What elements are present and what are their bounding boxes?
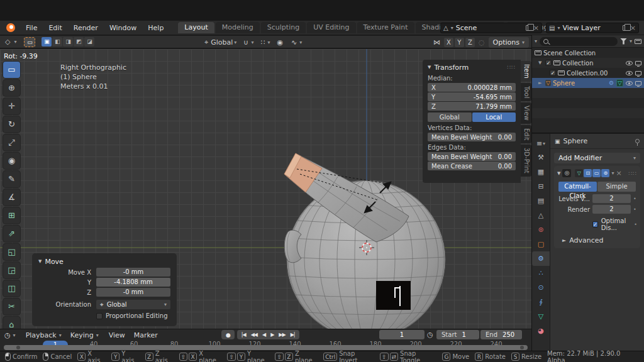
snap-toggle-button[interactable]: ∪ ▾	[242, 38, 253, 47]
object-data-tab[interactable]: ▽	[532, 309, 550, 324]
material-tab[interactable]: ◕	[532, 324, 550, 338]
eye-icon[interactable]	[626, 61, 633, 65]
menu-item[interactable]: Window	[104, 24, 142, 32]
screen-icon[interactable]	[635, 81, 641, 85]
move-value-field[interactable]: -0 mm	[96, 268, 170, 277]
timeline-menu[interactable]: Playback▾	[21, 331, 66, 339]
physics-tab[interactable]: ⊙	[532, 280, 550, 295]
rotate-tool[interactable]: ↻	[3, 116, 20, 133]
space-toggle-button[interactable]: Global	[428, 112, 472, 122]
falloff-dropdown[interactable]: ∿ ▾	[290, 38, 302, 47]
pin-icon[interactable]	[635, 139, 640, 143]
advanced-section-toggle[interactable]: ► Advanced	[562, 236, 637, 244]
value-field[interactable]: Mean Bevel Weight 0.00	[428, 152, 516, 161]
transport-button[interactable]: ▶|	[288, 332, 297, 337]
menu-item[interactable]: Render	[68, 24, 104, 32]
proportional-editing-checkbox[interactable]	[96, 313, 103, 319]
workspace-tab[interactable]: Sculpting	[261, 22, 306, 33]
outliner-row-collection[interactable]: ▼ ✓ Collection	[532, 58, 644, 68]
stopwatch-icon[interactable]: ◷	[427, 331, 433, 339]
tool-tab[interactable]: ⚒	[532, 150, 550, 165]
transport-button[interactable]: ▶▶	[276, 332, 287, 337]
value-field[interactable]: X 0.000028 mm	[428, 83, 516, 92]
eye-icon[interactable]	[626, 71, 633, 75]
sidebar-tab[interactable]: 3D-Print	[521, 145, 531, 177]
select-mode-subtract[interactable]: ◨	[63, 37, 73, 47]
select-mode-intersect[interactable]: ◪	[84, 37, 94, 47]
output-tab[interactable]: ⊟	[532, 179, 550, 194]
transform-tool[interactable]: ◉	[3, 153, 20, 169]
close-icon[interactable]: ×	[533, 24, 539, 32]
outliner-row-collection-00[interactable]: ✓ Collection.00	[532, 68, 644, 78]
breadcrumb-object-name[interactable]: Sphere	[564, 137, 588, 145]
inset-faces-tool[interactable]: ◱	[3, 244, 20, 260]
orientation-dropdown[interactable]: ⌖ Global ▾	[96, 300, 170, 309]
subdivision-type-button[interactable]: Catmull-Clark	[558, 182, 597, 192]
collection-checkbox[interactable]: ✓	[550, 70, 556, 76]
cursor-tool[interactable]: ⊕	[3, 80, 20, 96]
expand-icon[interactable]: ►	[538, 80, 543, 85]
animate-dot-icon[interactable]: •	[634, 222, 637, 228]
transport-button[interactable]: ◀	[260, 332, 268, 337]
sidebar-tab[interactable]: View	[521, 102, 531, 124]
eye-icon[interactable]	[626, 81, 633, 85]
constraints-tab[interactable]: ∮	[532, 295, 550, 309]
frame-start-field[interactable]: Start 1	[436, 330, 479, 339]
menu-item[interactable]: Edit	[43, 24, 67, 32]
editor-type-icon[interactable]: ◇	[4, 38, 11, 46]
orientation-dropdown[interactable]: ⌖ Global ▾	[203, 38, 236, 47]
timeline-scrollbar[interactable]	[4, 345, 528, 350]
mirror-icon[interactable]: ⋈	[432, 38, 441, 47]
sidebar-tab[interactable]: Edit	[521, 125, 531, 143]
add-cube-tool[interactable]: ⊞	[3, 207, 20, 224]
modifiers-tab[interactable]: ⚙	[532, 251, 550, 266]
proportional-falloff-icon[interactable]: ◌	[477, 38, 486, 47]
value-field[interactable]: Y -54.695 mm	[428, 92, 516, 101]
snap-target-dropdown[interactable]: ∷ ▾	[259, 38, 270, 47]
transport-button[interactable]: |◀	[239, 332, 248, 337]
active-tool-button[interactable]: ▭	[24, 37, 35, 47]
select-mode-invert[interactable]: ◩	[74, 37, 84, 47]
show-in-editmode-toggle[interactable]: ⊡	[584, 169, 592, 177]
move-panel-header[interactable]: ▼ Move	[38, 256, 170, 266]
poly-build-tool[interactable]: ⌂	[3, 317, 20, 329]
screen-icon[interactable]	[635, 61, 641, 65]
collection-checkbox[interactable]: ✓	[545, 60, 552, 66]
delete-modifier-icon[interactable]: ×	[616, 169, 621, 177]
workspace-tab[interactable]: Texture Paint	[357, 22, 414, 33]
menu-item[interactable]: Help	[142, 24, 169, 32]
timeline-ruler[interactable]: 20406080100120140160180200220240 1	[0, 341, 531, 351]
object-tab[interactable]: ▢	[532, 237, 550, 251]
properties-editor-selector[interactable]: ≡ ▾	[532, 136, 550, 150]
add-modifier-dropdown[interactable]: Add Modifier ▾	[554, 153, 640, 163]
transform-panel-header[interactable]: ▼ Transform ∷∷	[428, 62, 516, 72]
move-tool[interactable]: ✛	[3, 98, 20, 114]
modifier-header[interactable]: ▼ ◎ ▽⊡▭⊚ ▾ × ∷∷	[557, 168, 637, 178]
sidebar-tab[interactable]: Item	[521, 61, 531, 82]
frame-end-field[interactable]: End 250	[480, 330, 522, 339]
select-mode-new[interactable]: ▣	[42, 37, 52, 47]
mirror-axis-toggle[interactable]: Z	[465, 38, 475, 47]
scale-tool[interactable]: ⤢	[3, 134, 20, 151]
move-value-field[interactable]: -0 mm	[96, 288, 170, 297]
extrude-region-tool[interactable]: ⇗	[3, 226, 20, 242]
scene-selector[interactable]: △ ▾ Scene ×	[440, 23, 542, 33]
region-divider[interactable]	[531, 35, 532, 351]
grip-icon[interactable]: ∷∷	[508, 64, 516, 70]
view-layer-tab[interactable]: ▤	[532, 194, 550, 208]
timeline-menu[interactable]: View	[104, 331, 130, 339]
workspace-tab[interactable]: UV Editing	[307, 22, 355, 33]
knife-tool[interactable]: ✂	[3, 299, 20, 315]
loop-cut-tool[interactable]: ◫	[3, 280, 20, 297]
blender-logo-icon[interactable]	[6, 23, 15, 32]
proportional-editing-icon[interactable]: ◉	[275, 38, 284, 47]
screen-icon[interactable]	[635, 71, 641, 75]
subdivision-type-button[interactable]: Simple	[597, 182, 636, 192]
show-on-cage-toggle[interactable]: ▽	[575, 169, 583, 177]
mirror-axis-toggle[interactable]: X	[444, 38, 453, 47]
move-value-field[interactable]: -4.1808 mm	[96, 278, 170, 287]
3d-viewport[interactable]: Rot: -9.39 Right Orthographic(1) SphereM…	[0, 49, 531, 329]
modifier-value-field[interactable]: 2	[592, 194, 631, 203]
new-view-layer-icon[interactable]	[623, 25, 628, 31]
timeline-menu[interactable]: Marker	[130, 331, 162, 339]
